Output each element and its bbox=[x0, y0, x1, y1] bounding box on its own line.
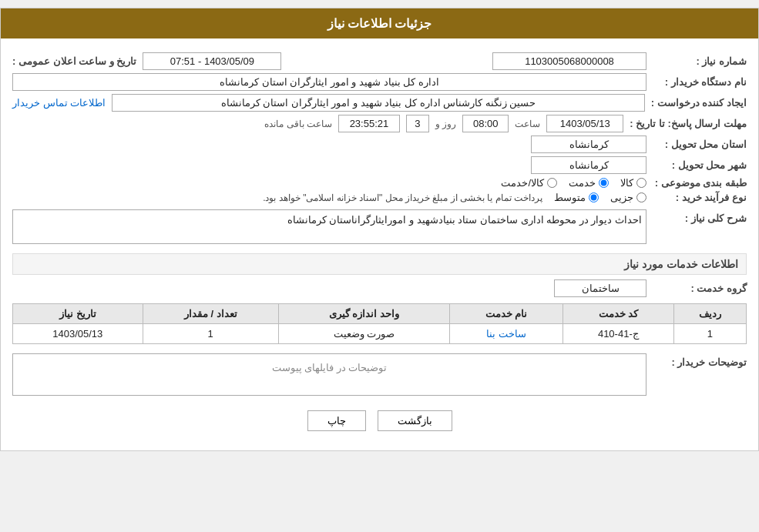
province-label: استان محل تحویل : bbox=[646, 139, 747, 150]
category-kala-khedmat-label: کالا/خدمت bbox=[501, 177, 544, 189]
need-number-value: 1103005068000008 bbox=[492, 52, 646, 70]
col-date: تاریخ نیاز bbox=[13, 304, 143, 324]
services-section-title: اطلاعات خدمات مورد نیاز bbox=[12, 253, 747, 275]
buyer-notes-placeholder[interactable]: توضیحات در فایلهای پیوست bbox=[12, 353, 646, 396]
creator-label: ایجاد کننده درخواست : bbox=[645, 97, 747, 109]
buyer-notes-label: توضیحات خریدار : bbox=[646, 353, 747, 368]
services-table: ردیف کد خدمت نام خدمت واحد اندازه گیری ت… bbox=[12, 303, 747, 344]
cell-rownum: 1 bbox=[673, 324, 746, 344]
cell-name[interactable]: ساخت بنا bbox=[450, 324, 563, 344]
col-rownum: ردیف bbox=[673, 304, 746, 324]
table-row: 1 ج-41-410 ساخت بنا صورت وضعیت 1 1403/05… bbox=[13, 324, 747, 344]
service-group-label: گروه خدمت : bbox=[646, 283, 747, 294]
print-button[interactable]: چاپ bbox=[307, 410, 366, 431]
city-label: شهر محل تحویل : bbox=[646, 159, 747, 171]
send-days-label: روز و bbox=[435, 119, 456, 129]
send-days: 3 bbox=[406, 115, 429, 132]
creator-value: حسین زنگنه کارشناس اداره کل بنیاد شهید و… bbox=[112, 94, 645, 112]
send-date: 1403/05/13 bbox=[546, 115, 623, 132]
category-kala-khedmat[interactable]: کالا/خدمت bbox=[501, 177, 557, 189]
category-kala[interactable]: کالا bbox=[620, 177, 646, 189]
category-label: طبقه بندی موضوعی : bbox=[646, 177, 747, 189]
purchase-motavaset[interactable]: متوسط bbox=[554, 192, 599, 203]
send-time-label: ساعت bbox=[515, 119, 540, 129]
category-khedmat-label: خدمت bbox=[569, 177, 596, 189]
back-button[interactable]: بازگشت bbox=[378, 410, 452, 431]
send-remaining: 23:55:21 bbox=[338, 115, 400, 132]
purchase-motavaset-label: متوسط bbox=[554, 192, 586, 203]
cell-qty: 1 bbox=[143, 324, 278, 344]
service-group-value: ساختمان bbox=[554, 279, 646, 297]
purchase-note: پرداخت تمام یا بخشی از مبلغ خریداز محل "… bbox=[263, 192, 542, 203]
cell-date: 1403/05/13 bbox=[13, 324, 143, 344]
buttons-row: بازگشت چاپ bbox=[12, 399, 747, 443]
cell-code: ج-41-410 bbox=[563, 324, 673, 344]
col-code: کد خدمت bbox=[563, 304, 673, 324]
purchase-jozvi-label: جزیی bbox=[610, 192, 633, 203]
description-label: شرح کلی نیاز : bbox=[646, 209, 747, 224]
send-time: 08:00 bbox=[462, 115, 509, 132]
send-remaining-label: ساعت باقی مانده bbox=[264, 119, 332, 129]
province-value: کرمانشاه bbox=[531, 136, 646, 153]
col-qty: تعداد / مقدار bbox=[143, 304, 278, 324]
col-name: نام خدمت bbox=[450, 304, 563, 324]
city-value: کرمانشاه bbox=[531, 156, 646, 174]
announce-datetime-value: 1403/05/09 - 07:51 bbox=[143, 52, 281, 70]
buyer-org-value: اداره کل بنیاد شهید و امور ایثارگران است… bbox=[12, 73, 646, 91]
purchase-jozvi[interactable]: جزیی bbox=[610, 192, 646, 203]
contact-link[interactable]: اطلاعات تماس خریدار bbox=[12, 97, 106, 109]
buyer-org-label: نام دستگاه خریدار : bbox=[646, 76, 747, 88]
category-khedmat[interactable]: خدمت bbox=[569, 177, 609, 189]
page-header: جزئیات اطلاعات نیاز bbox=[1, 8, 758, 38]
announce-datetime-label: تاریخ و ساعت اعلان عمومی : bbox=[12, 55, 136, 67]
page-title: جزئیات اطلاعات نیاز bbox=[327, 17, 432, 30]
category-kala-label: کالا bbox=[620, 177, 633, 189]
purchase-type-label: نوع فرآیند خرید : bbox=[646, 192, 747, 203]
need-number-label: شماره نیاز : bbox=[646, 55, 747, 67]
cell-unit: صورت وضعیت bbox=[278, 324, 449, 344]
col-unit: واحد اندازه گیری bbox=[278, 304, 449, 324]
description-value: احداث دیوار در محوطه اداری ساختمان ستاد … bbox=[12, 209, 646, 244]
send-deadline-label: مهلت ارسال پاسخ: تا تاریخ : bbox=[623, 118, 747, 129]
